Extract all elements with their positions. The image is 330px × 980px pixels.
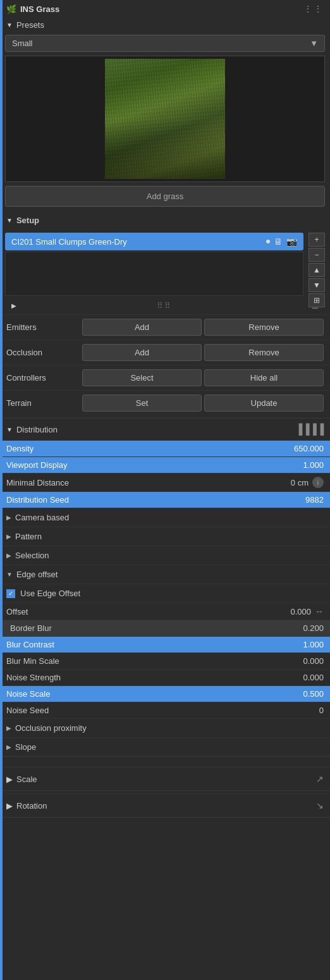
controllers-buttons: Select Hide all — [82, 369, 324, 386]
scale-label: Scale — [16, 775, 37, 784]
distribution-seed-value: 9882 — [305, 495, 324, 505]
controllers-hideall-button[interactable]: Hide all — [204, 369, 324, 386]
distribution-chevron-icon[interactable]: ▼ — [6, 426, 13, 433]
grass-preview-area — [5, 56, 325, 182]
noise-strength-row[interactable]: Noise Strength 0.000 — [0, 669, 330, 685]
blur-contrast-row[interactable]: Blur Contrast 1.000 — [0, 636, 330, 652]
grass-icon: 🌿 — [6, 4, 16, 14]
edge-offset-row[interactable]: ▼ Edge offset — [0, 565, 330, 584]
controllers-select-button[interactable]: Select — [82, 369, 202, 386]
density-row[interactable]: Density 650.000 — [0, 440, 330, 456]
minimal-distance-label: Minimal Distance — [6, 478, 291, 487]
emitters-add-button[interactable]: Add — [82, 319, 202, 336]
viewport-display-row[interactable]: Viewport Display 1.000 — [0, 456, 330, 473]
noise-seed-value: 0 — [319, 706, 324, 715]
occlusion-proximity-row[interactable]: ▶ Occlusion proximity — [0, 718, 330, 737]
pattern-row[interactable]: ▶ Pattern — [0, 527, 330, 546]
slot-icons-group: 🖥 📷 — [266, 236, 297, 247]
distribution-bars-icon: ▐▐▐▐ — [295, 424, 324, 435]
rotation-left: ▶ Rotation — [6, 801, 47, 811]
noise-scale-row[interactable]: Noise Scale 0.500 — [0, 685, 330, 702]
app-title-area: 🌿 INS Grass — [6, 4, 59, 14]
remove-slot-button[interactable]: − — [309, 248, 325, 262]
controllers-row: Controllers Select Hide all — [0, 365, 330, 390]
setup-wrapper: CI201 Small Clumps Green-Dry 🖥 📷 + − ▲ ▼… — [5, 233, 303, 296]
scale-row[interactable]: ▶ Scale ↗ — [0, 767, 330, 790]
occlusion-add-button[interactable]: Add — [82, 344, 202, 361]
move-up-button[interactable]: ▲ — [309, 263, 325, 277]
rotation-label: Rotation — [16, 801, 47, 811]
play-icon[interactable]: ▶ — [11, 302, 16, 309]
add-grass-button[interactable]: Add grass — [5, 186, 325, 207]
emitters-row: Emitters Add Remove — [0, 314, 330, 340]
selection-chevron-icon: ▶ — [6, 552, 11, 559]
move-down-button[interactable]: ▼ — [309, 278, 325, 292]
use-edge-offset-checkbox[interactable]: ✓ — [6, 589, 15, 598]
transport-dots-icon: ⠿⠿ — [157, 301, 172, 310]
presets-label: Presets — [16, 20, 44, 30]
presets-header: ▼ Presets — [0, 18, 330, 32]
view-button[interactable]: ⊞ — [309, 293, 325, 307]
setup-slot[interactable]: CI201 Small Clumps Green-Dry 🖥 📷 — [5, 233, 303, 250]
empty-slots-area — [5, 252, 303, 296]
distribution-seed-row[interactable]: Distribution Seed 9882 — [0, 491, 330, 508]
preset-selected: Small — [12, 39, 33, 48]
emitters-remove-button[interactable]: Remove — [204, 319, 324, 336]
setup-slot-title: CI201 Small Clumps Green-Dry — [11, 237, 127, 247]
blur-min-scale-label: Blur Min Scale — [6, 656, 303, 666]
preset-dropdown[interactable]: Small ▼ — [5, 35, 325, 52]
presets-chevron-icon[interactable]: ▼ — [6, 21, 13, 28]
distribution-section-header: ▼ Distribution ▐▐▐▐ — [0, 418, 330, 440]
noise-seed-label: Noise Seed — [6, 706, 319, 715]
slope-row[interactable]: ▶ Slope — [0, 737, 330, 756]
header: 🌿 INS Grass ⋮⋮ — [0, 0, 330, 18]
terrain-row: Terrain Set Update — [0, 390, 330, 415]
menu-dots-icon[interactable]: ⋮⋮ — [303, 4, 324, 14]
occlusion-proximity-label: Occlusion proximity — [15, 723, 87, 733]
rotation-row[interactable]: ▶ Rotation ↘ — [0, 793, 330, 817]
slope-label: Slope — [15, 742, 36, 752]
occlusion-remove-button[interactable]: Remove — [204, 344, 324, 361]
info-icon[interactable]: i — [312, 477, 324, 488]
density-label: Density — [6, 444, 294, 453]
density-value: 650.000 — [294, 444, 324, 453]
scale-expand-icon: ↗ — [316, 774, 324, 784]
edge-offset-chevron-icon: ▼ — [6, 571, 13, 578]
grass-shadow — [105, 119, 225, 179]
border-blur-indicator — [0, 0, 3, 980]
terrain-set-button[interactable]: Set — [82, 395, 202, 412]
monitor-icon: 🖥 — [274, 236, 283, 247]
use-edge-offset-label: Use Edge Offset — [20, 589, 80, 598]
viewport-display-value: 1.000 — [303, 460, 324, 470]
offset-arrows-icon[interactable]: ↔ — [315, 606, 324, 616]
slot-dot-icon — [266, 240, 270, 243]
terrain-update-button[interactable]: Update — [204, 395, 324, 412]
blur-min-scale-row[interactable]: Blur Min Scale 0.000 — [0, 652, 330, 669]
offset-label: Offset — [6, 607, 290, 616]
transport-bar: ▶ ⠿⠿ ⊞ — [5, 298, 325, 313]
scale-left: ▶ Scale — [6, 775, 37, 784]
blur-min-scale-value: 0.000 — [303, 656, 324, 666]
offset-row[interactable]: Offset 0.000 ↔ — [0, 603, 330, 620]
camera-based-row[interactable]: ▶ Camera based — [0, 508, 330, 527]
setup-chevron-icon[interactable]: ▼ — [6, 217, 13, 224]
selection-row[interactable]: ▶ Selection — [0, 546, 330, 565]
checkbox-check-icon: ✓ — [8, 590, 13, 597]
app-title: INS Grass — [20, 4, 59, 14]
add-slot-button[interactable]: + — [309, 233, 325, 247]
terrain-label: Terrain — [6, 398, 82, 408]
occlusion-row: Occlusion Add Remove — [0, 340, 330, 365]
emitters-buttons: Add Remove — [82, 319, 324, 336]
noise-seed-row[interactable]: Noise Seed 0 — [0, 702, 330, 718]
use-edge-offset-row[interactable]: ✓ Use Edge Offset — [0, 584, 330, 603]
minimal-distance-row[interactable]: Minimal Distance 0 cm i — [0, 473, 330, 491]
rotation-chevron-icon: ▶ — [6, 801, 13, 811]
dropdown-arrow-icon: ▼ — [310, 39, 318, 48]
camera-based-chevron-icon: ▶ — [6, 514, 11, 521]
pattern-chevron-icon: ▶ — [6, 533, 11, 540]
selection-label: Selection — [15, 551, 49, 560]
minimal-distance-value: 0 cm — [291, 478, 309, 487]
action-rows-section: Emitters Add Remove Occlusion Add Remove… — [0, 314, 330, 415]
emitters-label: Emitters — [6, 322, 82, 332]
border-blur-row[interactable]: Border Blur 0.200 — [0, 620, 330, 636]
